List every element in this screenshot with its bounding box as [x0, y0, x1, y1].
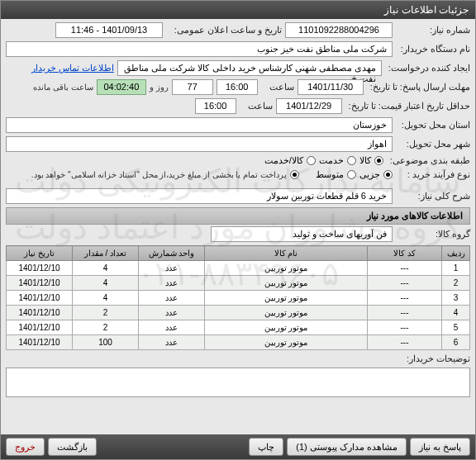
- radio-kala-service[interactable]: [307, 156, 316, 165]
- field-need-summary: خرید 6 قلم قطعات توربین سولار: [6, 188, 393, 204]
- payment-note: پرداخت تمام یا بخشی از مبلغ خرید،از محل …: [31, 170, 287, 179]
- table-cell: 2: [73, 306, 139, 320]
- print-button[interactable]: چاپ: [249, 438, 283, 456]
- label-day: روز و: [150, 83, 169, 92]
- table-row[interactable]: 5---موتور توربینعدد21401/12/10: [7, 320, 470, 335]
- table-cell: عدد: [139, 335, 205, 350]
- label-deadline: مهلت ارسال پاسخ: تا تاریخ:: [367, 82, 470, 92]
- field-province: خوزستان: [6, 117, 393, 133]
- exit-button[interactable]: خروج: [6, 438, 45, 456]
- th-unit[interactable]: واحد شمارش: [139, 246, 205, 261]
- table-cell: ---: [368, 276, 442, 291]
- table-row[interactable]: 2---موتور توربینعدد41401/12/10: [7, 276, 470, 291]
- table-cell: 4: [442, 306, 470, 320]
- table-cell: موتور توربین: [205, 306, 368, 320]
- table-cell: 1401/12/10: [7, 335, 73, 350]
- table-cell: 4: [73, 261, 139, 276]
- radio-kala[interactable]: [374, 156, 383, 165]
- table-cell: ---: [368, 320, 442, 335]
- table-cell: موتور توربین: [205, 335, 368, 350]
- radio-service[interactable]: [347, 156, 356, 165]
- radio-partial[interactable]: [383, 170, 393, 179]
- radio-kala-label: کالا: [359, 155, 371, 166]
- radio-service-label: خدمت: [319, 155, 344, 166]
- label-buyer-notes: توضیحات خریدار:: [396, 353, 470, 364]
- th-code[interactable]: کد کالا: [368, 246, 442, 261]
- label-goods-group: گروه کالا:: [396, 229, 470, 239]
- label-classification: طبقه بندی موضوعی:: [387, 155, 470, 166]
- attachments-button[interactable]: مشاهده مدارک پیوستی (1): [287, 438, 407, 456]
- label-buy-type: نوع فرآیند خرید :: [396, 169, 470, 180]
- label-need-summary: شرح کلی نیاز:: [396, 191, 470, 202]
- table-cell: عدد: [139, 320, 205, 335]
- label-validity: حداقل تاریخ اعتبار قیمت: تا تاریخ:: [345, 101, 470, 111]
- table-cell: موتور توربین: [205, 276, 368, 291]
- table-cell: 6: [442, 335, 470, 350]
- field-requester: مهدی مصطفی شهنی کارشناس خرید داخلی کالا …: [117, 60, 382, 76]
- label-need-no: شماره نیاز:: [396, 25, 470, 36]
- table-cell: موتور توربین: [205, 320, 368, 335]
- label-buyer-org: نام دستگاه خریدار:: [396, 44, 470, 55]
- table-cell: ---: [368, 335, 442, 350]
- field-deadline-time: 16:00: [217, 79, 258, 95]
- table-cell: 4: [73, 291, 139, 306]
- table-cell: 5: [442, 320, 470, 335]
- table-cell: ---: [368, 291, 442, 306]
- table-cell: 1: [442, 261, 470, 276]
- table-cell: عدد: [139, 261, 205, 276]
- footer-toolbar: پاسخ به نیاز مشاهده مدارک پیوستی (1) چاپ…: [1, 434, 475, 459]
- table-cell: 3: [442, 291, 470, 306]
- th-date[interactable]: تاریخ نیاز: [7, 246, 73, 261]
- table-row[interactable]: 3---موتور توربینعدد41401/12/10: [7, 291, 470, 306]
- buyer-notes-textarea[interactable]: [6, 368, 470, 397]
- table-cell: عدد: [139, 306, 205, 320]
- table-cell: عدد: [139, 291, 205, 306]
- label-remaining: ساعت باقی مانده: [33, 83, 93, 92]
- table-cell: موتور توربین: [205, 261, 368, 276]
- field-days-remain: 77: [172, 79, 213, 95]
- table-cell: 2: [73, 320, 139, 335]
- field-deadline-date: 1401/11/30: [298, 79, 364, 95]
- table-header-row: ردیف کد کالا نام کالا واحد شمارش تعداد /…: [7, 246, 470, 261]
- radio-medium-label: متوسط: [316, 169, 344, 180]
- table-cell: 1401/12/10: [7, 306, 73, 320]
- table-cell: 1401/12/10: [7, 261, 73, 276]
- table-cell: 4: [73, 276, 139, 291]
- label-city: شهر محل تحویل:: [396, 139, 470, 149]
- field-time-remain: 04:02:40: [97, 79, 146, 95]
- label-public-date: تاریخ و ساعت اعلان عمومی:: [166, 25, 282, 36]
- table-cell: 1401/12/10: [7, 320, 73, 335]
- th-row[interactable]: ردیف: [442, 246, 470, 261]
- label-requester: ایجاد کننده درخواست:: [385, 63, 470, 74]
- table-cell: ---: [368, 306, 442, 320]
- th-qty[interactable]: تعداد / مقدار: [73, 246, 139, 261]
- field-validity-date: 1401/12/29: [276, 98, 342, 114]
- field-buyer-org: شرکت ملی مناطق نفت خیز جنوب: [6, 41, 393, 57]
- back-button[interactable]: بازگشت: [48, 438, 97, 456]
- field-public-date: 1401/09/13 - 11:46: [55, 22, 163, 38]
- table-row[interactable]: 6---موتور توربینعدد1001401/12/10: [7, 335, 470, 350]
- window-title: جزئیات اطلاعات نیاز: [384, 4, 469, 16]
- contact-link[interactable]: اطلاعات تماس خریدار: [31, 63, 114, 74]
- table-row[interactable]: 1---موتور توربینعدد41401/12/10: [7, 261, 470, 276]
- goods-table: ردیف کد کالا نام کالا واحد شمارش تعداد /…: [6, 245, 470, 350]
- th-name[interactable]: نام کالا: [205, 246, 368, 261]
- label-hour2: ساعت: [240, 101, 273, 111]
- radio-kala-service-label: کالا/خدمت: [264, 155, 303, 166]
- table-cell: 2: [442, 276, 470, 291]
- table-cell: موتور توربین: [205, 291, 368, 306]
- table-cell: 1401/12/10: [7, 276, 73, 291]
- label-hour1: ساعت: [261, 82, 294, 92]
- reply-button[interactable]: پاسخ به نیاز: [410, 438, 470, 456]
- titlebar: جزئیات اطلاعات نیاز: [1, 1, 475, 19]
- content-area: سامانه تدارکات الکترونیکی دولت گروه مشاو…: [1, 19, 475, 434]
- table-row[interactable]: 4---موتور توربینعدد21401/12/10: [7, 306, 470, 320]
- table-cell: 100: [73, 335, 139, 350]
- table-cell: عدد: [139, 276, 205, 291]
- window: جزئیات اطلاعات نیاز سامانه تدارکات الکتر…: [0, 0, 476, 460]
- radio-medium[interactable]: [347, 170, 356, 179]
- radio-payment[interactable]: [290, 170, 299, 179]
- field-validity-time: 16:00: [195, 98, 236, 114]
- goods-section-header: اطلاعات کالاهای مورد نیاز: [6, 207, 470, 225]
- table-cell: ---: [368, 261, 442, 276]
